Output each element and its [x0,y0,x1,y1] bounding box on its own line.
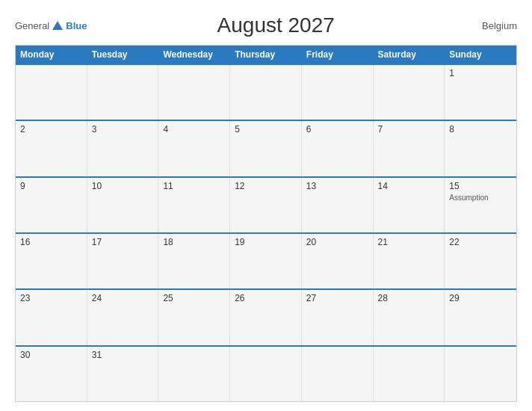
week-row-3: 9101112131415Assumption [16,176,516,232]
table-row: 27 [302,290,374,344]
calendar: Monday Tuesday Wednesday Thursday Friday… [15,45,517,402]
table-row: 5 [230,121,302,176]
day-number: 19 [235,237,297,247]
day-number: 26 [235,293,297,303]
table-row [302,65,374,120]
table-row: 6 [302,121,374,176]
day-number: 2 [20,124,82,135]
country-label: Belgium [465,20,517,31]
day-number: 8 [449,124,512,135]
table-row [445,347,516,401]
day-header-thursday: Thursday [230,46,302,64]
day-number: 17 [92,237,154,247]
calendar-title: August 2027 [87,13,465,37]
table-row: 12 [230,178,302,232]
day-number: 12 [235,181,297,191]
table-row: 7 [374,121,445,176]
day-header-tuesday: Tuesday [87,46,159,64]
day-number: 27 [306,293,368,303]
table-row [374,65,445,120]
day-number: 28 [378,293,440,303]
table-row: 1 [445,65,516,120]
table-row: 2 [16,121,87,176]
day-number: 14 [378,181,440,191]
logo: General Blue [15,20,87,31]
day-number: 15 [449,181,512,191]
table-row: 8 [445,121,516,176]
day-number: 22 [449,237,512,247]
table-row: 20 [302,234,374,288]
table-row: 16 [16,234,87,288]
table-row: 31 [87,347,159,401]
table-row: 4 [158,121,230,176]
week-row-2: 2345678 [16,120,516,176]
day-number: 25 [163,293,225,303]
table-row: 10 [87,178,159,232]
table-row: 11 [158,178,230,232]
page: General Blue August 2027 Belgium Monday … [0,0,532,411]
table-row [87,65,159,120]
day-number: 11 [163,181,225,191]
table-row [302,347,374,401]
day-number: 30 [20,350,82,360]
day-number: 18 [163,237,225,247]
table-row [158,65,230,120]
week-row-6: 3031 [16,345,516,401]
day-number: 16 [20,237,82,247]
table-row [374,347,445,401]
day-number: 9 [20,181,82,191]
table-row: 15Assumption [445,178,516,232]
week-row-1: 1 [16,64,516,120]
table-row: 19 [230,234,302,288]
table-row: 22 [445,234,516,288]
header: General Blue August 2027 Belgium [15,13,517,37]
table-row: 28 [374,290,445,344]
day-number: 10 [92,181,154,191]
logo-triangle-icon [52,21,63,30]
day-header-saturday: Saturday [374,46,445,64]
week-row-5: 23242526272829 [16,288,516,344]
table-row: 3 [87,121,159,176]
day-header-monday: Monday [16,46,87,64]
week-row-4: 16171819202122 [16,232,516,288]
table-row: 9 [16,178,87,232]
table-row: 23 [16,290,87,344]
calendar-body: 123456789101112131415Assumption161718192… [16,64,516,401]
table-row: 30 [16,347,87,401]
day-number: 1 [449,68,512,78]
logo-text-blue: Blue [66,20,87,31]
table-row: 18 [158,234,230,288]
day-number: 31 [92,350,154,360]
day-header-wednesday: Wednesday [158,46,230,64]
day-number: 29 [449,293,512,303]
table-row: 17 [87,234,159,288]
table-row: 21 [374,234,445,288]
day-number: 3 [92,124,154,135]
table-row: 13 [302,178,374,232]
logo-text-general: General [15,20,49,31]
day-number: 24 [92,293,154,303]
table-row [158,347,230,401]
table-row [230,65,302,120]
table-row: 29 [445,290,516,344]
day-number: 6 [306,124,368,135]
table-row [16,65,87,120]
day-header-friday: Friday [302,46,374,64]
days-header: Monday Tuesday Wednesday Thursday Friday… [16,46,516,64]
day-event: Assumption [449,193,512,203]
table-row: 26 [230,290,302,344]
day-number: 4 [163,124,225,135]
day-number: 5 [235,124,297,135]
day-header-sunday: Sunday [445,46,516,64]
day-number: 13 [306,181,368,191]
day-number: 20 [306,237,368,247]
table-row: 25 [158,290,230,344]
table-row: 14 [374,178,445,232]
table-row [230,347,302,401]
table-row: 24 [87,290,159,344]
day-number: 21 [378,237,440,247]
day-number: 7 [378,124,440,135]
day-number: 23 [20,293,82,303]
